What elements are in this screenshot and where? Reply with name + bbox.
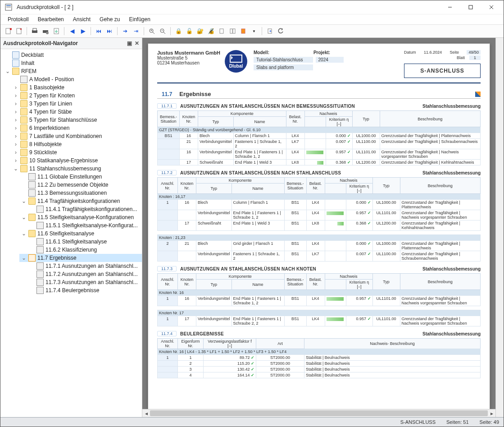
svg-text:+: +	[150, 29, 152, 32]
lock4-icon[interactable]: 🔏	[206, 26, 216, 36]
nav-first-icon[interactable]: ⏮	[94, 26, 104, 36]
table-row: VerbindungsmittelFasteners 1 | Schraube …	[158, 251, 481, 262]
status-section: S-ANSCHLUSS	[400, 419, 436, 425]
content-area: Ausdruckprotokoll-Navigator ▣ ✕ Deckblat…	[0, 38, 504, 417]
lock2-icon[interactable]: 🔓	[184, 26, 194, 36]
tree-11-7-3[interactable]: 11.7.3 Ausnutzungen an Stahlanschl...	[27, 278, 142, 286]
maximize-button[interactable]	[460, 0, 481, 14]
menu-protokoll[interactable]: Protokoll	[4, 15, 32, 23]
app-icon	[5, 4, 12, 11]
tree-10[interactable]: ›10 Statikanalyse-Ergebnisse	[11, 156, 142, 165]
report-header: Justus Mustermann GmbH Musterstraße 5 01…	[157, 50, 481, 83]
company-street: Musterstraße 5	[157, 55, 187, 60]
chevron-down-icon[interactable]: ▼	[249, 26, 259, 36]
tree-deckblatt[interactable]: Deckblatt	[3, 51, 142, 59]
tree-11-5[interactable]: ⌄11.5 Steifigkeitsanalyse-Konfiguratione…	[19, 213, 142, 221]
tree-4[interactable]: ›4 Typen für Stäbe	[11, 108, 142, 116]
tree-11-6[interactable]: ⌄11.6 Steifigkeitsanalyse	[19, 230, 142, 238]
tree-11-7-4[interactable]: 11.7.4 Beulergebnisse	[27, 286, 142, 294]
section-header: 11.7 Ergebnisse	[157, 90, 481, 99]
tree-11-7-2[interactable]: 11.7.2 Ausnutzungen an Stahlanschl...	[27, 270, 142, 278]
meta-extra: Slabs and platform	[254, 64, 313, 70]
export-icon[interactable]	[51, 26, 61, 36]
print-settings-icon[interactable]	[41, 26, 50, 36]
signature-box: S-ANSCHLUSS	[404, 64, 481, 78]
horizontal-scrollbar[interactable]: ◂ ▸	[142, 409, 495, 417]
table-row: 21VerbindungsmittelFasteners 1 | Schraub…	[158, 139, 481, 149]
svg-rect-1	[6, 5, 11, 6]
tree-11-7-1[interactable]: 11.7.1 Ausnutzungen an Stahlanschl...	[27, 262, 142, 270]
table-row: 17SchweißnahtEnd Plate 1 | Weld 3BS1LK8 …	[158, 220, 481, 231]
report-page: Justus Mustermann GmbH Musterstraße 5 01…	[148, 43, 490, 409]
zoom-in-icon[interactable]: +	[147, 26, 157, 36]
table-row: 17SchweißnahtEnd Plate 1 | Weld 3LK8 0.3…	[158, 160, 481, 165]
refresh-icon[interactable]	[276, 26, 286, 36]
tree-7[interactable]: ›7 Lastfälle und Kombinationen	[11, 132, 142, 140]
table-11-7-1: Bemess.- SituationKnoten Nr.KomponenteBe…	[157, 110, 481, 165]
menu-gehezu[interactable]: Gehe zu	[96, 15, 123, 23]
tree-11-6-1[interactable]: 11.6.1 Steifigkeitsanalyse	[27, 238, 142, 246]
table-11-7-4: Anschl. Nr.Eigenform Nr.Verzweigungslast…	[157, 338, 481, 378]
tree-inhalt[interactable]: Inhalt	[3, 59, 142, 67]
doc-arrow-icon[interactable]	[265, 26, 275, 36]
tree-1[interactable]: ›1 Basisobjekte	[11, 83, 142, 92]
table-row: BS116BlechColumn | Flansch 1LK4 0.000 ✓U…	[158, 133, 481, 139]
arrow-right2-icon[interactable]: ⇥	[131, 26, 141, 36]
page-orange-icon[interactable]	[238, 26, 248, 36]
status-page: Seite: 49	[480, 419, 499, 425]
svg-text:−: −	[161, 29, 163, 32]
scroll-right-icon[interactable]: ▸	[488, 409, 495, 417]
lock3-icon[interactable]: 🔐	[195, 26, 205, 36]
svg-rect-5	[469, 5, 472, 9]
lock1-icon[interactable]: 🔒	[173, 26, 183, 36]
tree-6[interactable]: ›6 Imperfektionen	[11, 124, 142, 132]
tree-a-modell[interactable]: A Modell - Position	[11, 75, 142, 83]
table-row: 221BlechGrid girder | Flansch 1BS1LK4 0.…	[158, 241, 481, 251]
tree-rfem[interactable]: ⌄RFEM	[3, 67, 142, 75]
menu-bearbeiten[interactable]: Bearbeiten	[34, 15, 68, 23]
page-remove-icon[interactable]: ×	[14, 26, 24, 36]
navigator-tree[interactable]: Deckblatt Inhalt ⌄RFEM A Modell - Positi…	[0, 49, 142, 417]
table-row: 4164.14 ✓ST2000.00Stabilität | Beulnachw…	[158, 372, 481, 378]
nav-close-icon[interactable]: ✕	[135, 40, 139, 46]
tree-5[interactable]: ›5 Typen für Stahlanschlüsse	[11, 116, 142, 124]
status-pages: Seiten: 51	[446, 419, 469, 425]
tree-11-6-2[interactable]: 11.6.2 Klassifizierung	[27, 246, 142, 254]
arrow-right-icon[interactable]: ➔	[120, 26, 130, 36]
tree-11-5-1[interactable]: 11.5.1 Steifigkeitsanalyse-Konfigurat...	[27, 221, 142, 230]
tree-11[interactable]: ⌄11 Stahlanschlussbemessung	[11, 165, 142, 173]
menu-ansicht[interactable]: Ansicht	[69, 15, 94, 23]
scroll-left-icon[interactable]: ◂	[142, 409, 150, 417]
tree-11-1[interactable]: 11.1 Globale Einstellungen	[19, 173, 142, 181]
dlubal-logo: Dlubal	[225, 50, 247, 73]
nav-pin-icon[interactable]: ▣	[127, 40, 132, 46]
table-row: 117VerbindungsmittelEnd Plate 1 | Fasten…	[158, 316, 481, 326]
vertical-scrollbar[interactable]	[495, 38, 504, 417]
page-add-icon[interactable]: ✖	[3, 26, 13, 36]
app-window: Ausdruckprotokoll - [ 2 ] Protokoll Bear…	[0, 0, 504, 427]
tree-11-4-1[interactable]: 11.4.1 Tragfähigkeitskonfigurationen...	[27, 205, 142, 213]
nav-last-icon[interactable]: ⏭	[104, 26, 114, 36]
zoom-out-icon[interactable]: −	[158, 26, 168, 36]
print-icon[interactable]	[30, 26, 40, 36]
page1-icon[interactable]	[217, 26, 227, 36]
page2-icon[interactable]	[227, 26, 237, 36]
tree-9[interactable]: ›9 Stückliste	[11, 148, 142, 156]
close-button[interactable]	[481, 0, 502, 14]
preview-scroll[interactable]: Justus Mustermann GmbH Musterstraße 5 01…	[142, 38, 495, 409]
tree-8[interactable]: ›8 Hilfsobjekte	[11, 140, 142, 148]
tree-2[interactable]: ›2 Typen für Knoten	[11, 92, 142, 100]
nav-next-icon[interactable]: ▶	[78, 26, 88, 36]
table-row: 2115.20 ✓ST2000.00Stabilität | Beulnachw…	[158, 361, 481, 367]
window-title: Ausdruckprotokoll - [ 2 ]	[15, 4, 440, 10]
nav-prev-icon[interactable]: ◀	[67, 26, 77, 36]
tree-11-2[interactable]: 11.2 Zu bemessende Objekte	[19, 181, 142, 189]
tree-11-7[interactable]: ⌄11.7 Ergebnisse	[19, 254, 142, 262]
menu-einfuegen[interactable]: Einfügen	[125, 15, 154, 23]
tree-11-4[interactable]: ⌄11.4 Tragfähigkeitskonfigurationen	[19, 197, 142, 205]
tree-11-3[interactable]: 11.3 Bemessungssituationen	[19, 189, 142, 197]
table-11-7-2: Anschl. Nr.Knoten Nr.KomponenteBemess.- …	[157, 177, 481, 262]
minimize-button[interactable]	[440, 0, 460, 14]
menu-bar: Protokoll Bearbeiten Ansicht Gehe zu Ein…	[0, 14, 504, 25]
tree-3[interactable]: ›3 Typen für Linien	[11, 100, 142, 108]
